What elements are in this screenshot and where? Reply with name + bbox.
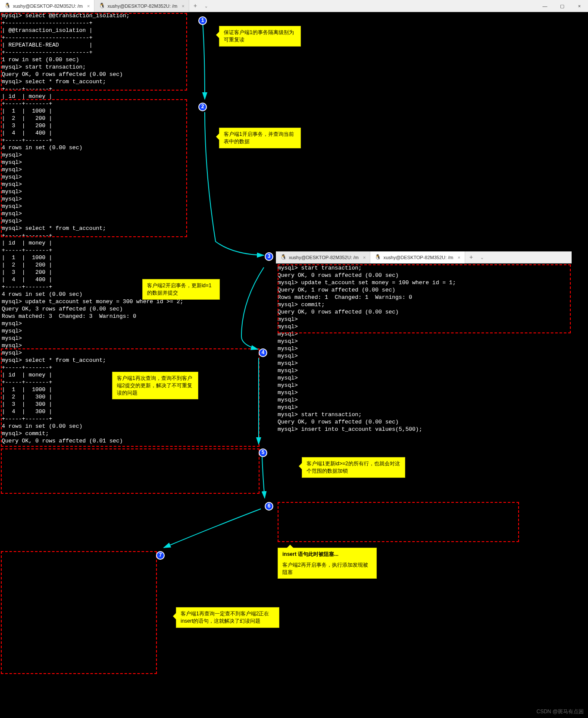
- annotation-note: insert 语句此时被阻塞... 客户端2再开启事务，执行添加发现被阻塞: [278, 548, 377, 579]
- terminal-line: mysql>: [276, 374, 572, 382]
- highlight-box: [278, 502, 519, 542]
- annotation-note: 客户端1更新id>=2的所有行，也就会对这个范围的数据加锁: [302, 457, 405, 478]
- terminal-line: mysql>: [0, 166, 588, 173]
- note-text: 客户端1开启事务，并查询当前表中的数据: [224, 131, 294, 144]
- new-tab-button[interactable]: +: [465, 254, 477, 261]
- note-text: 客户端1再次查询，查询不到客户端2提交的更新，解决了不可重复读的问题: [117, 375, 192, 396]
- watermark: CSDN @斑马有点困: [536, 708, 584, 715]
- terminal-line: mysql> insert into t_account values(5,50…: [276, 426, 572, 433]
- terminal-line: Rows matched: 1 Changed: 1 Warnings: 0: [276, 294, 572, 301]
- terminal-line: mysql>: [0, 181, 588, 188]
- highlight-box: [1, 551, 157, 674]
- terminal-line: mysql> start transaction;: [0, 63, 588, 71]
- terminal-line: mysql> commit;: [276, 301, 572, 308]
- window2-titlebar: xushy@DESKTOP-82M352U: /m × xushy@DESKTO…: [276, 251, 572, 263]
- terminal-line: mysql>: [276, 352, 572, 360]
- tab-1[interactable]: xushy@DESKTOP-82M352U: /m ×: [276, 251, 370, 263]
- chevron-down-icon[interactable]: ⌄: [201, 3, 211, 9]
- terminal-line: Query OK, 0 rows affected (0.00 sec): [276, 272, 572, 279]
- close-icon[interactable]: ×: [363, 255, 366, 260]
- terminal-line: Query OK, 0 rows affected (0.01 sec): [0, 437, 588, 445]
- close-icon[interactable]: ×: [181, 3, 184, 9]
- terminal-line: mysql> select @@transaction_isolation;: [0, 12, 588, 19]
- step-badge: 4: [259, 348, 267, 357]
- terminal-line: mysql>: [276, 367, 572, 374]
- terminal-line: mysql>: [276, 382, 572, 389]
- annotation-note: 保证客户端1的事务隔离级别为可重复读: [219, 26, 301, 47]
- terminal-line: mysql> select * from t_account;: [0, 225, 588, 232]
- step-badge: 7: [156, 551, 165, 560]
- close-icon[interactable]: ×: [457, 255, 460, 260]
- tab-1-label: xushy@DESKTOP-82M352U: /m: [289, 255, 359, 260]
- terminal-line: mysql>: [0, 210, 588, 217]
- tux-icon: [375, 254, 381, 260]
- terminal-line: mysql>: [276, 323, 572, 330]
- terminal-line: Query OK, 0 rows affected (0.00 sec): [276, 308, 572, 316]
- step-badge: 6: [265, 502, 273, 511]
- terminal-line: | id | money |: [0, 239, 588, 247]
- note-text: 客户端1再查询一定查不到客户端2正在insert的语句，这就解决了幻读问题: [181, 611, 269, 624]
- terminal-line: +-----+-------+: [0, 232, 588, 239]
- terminal-line: | 2 | 200 |: [0, 115, 588, 122]
- note-text: insert 语句此时被阻塞...: [282, 551, 372, 558]
- close-icon[interactable]: ×: [87, 3, 90, 9]
- terminal-line: +-----+-------+: [0, 100, 588, 107]
- minimize-button[interactable]: —: [536, 0, 554, 12]
- terminal-line: mysql>: [276, 389, 572, 396]
- note-text: 保证客户端1的事务隔离级别为可重复读: [224, 29, 294, 43]
- terminal-line: mysql>: [0, 159, 588, 166]
- note-text: 客户端2再开启事务，执行添加发现被阻塞: [282, 561, 372, 576]
- tab-2[interactable]: xushy@DESKTOP-82M352U: /m ×: [370, 251, 465, 263]
- terminal-line: | 1 | 1000 |: [0, 107, 588, 115]
- terminal-line: mysql>: [276, 338, 572, 345]
- terminal-line: mysql>: [0, 173, 588, 181]
- window1-titlebar: xushy@DESKTOP-82M352U: /m × xushy@DESKTO…: [0, 0, 588, 12]
- annotation-note: 客户端1再次查询，查询不到客户端2提交的更新，解决了不可重复读的问题: [112, 372, 198, 399]
- note-text: 客户端1更新id>=2的所有行，也就会对这个范围的数据加锁: [307, 461, 400, 474]
- tab-1[interactable]: xushy@DESKTOP-82M352U: /m ×: [0, 0, 94, 12]
- terminal-line: mysql>: [0, 188, 588, 195]
- maximize-button[interactable]: ▢: [554, 0, 571, 12]
- terminal-line: mysql> start transaction;: [276, 264, 572, 272]
- tux-icon: [280, 254, 286, 260]
- tab-2-label: xushy@DESKTOP-82M352U: /m: [107, 3, 177, 9]
- step-badge: 5: [259, 448, 267, 457]
- terminal-line: mysql>: [276, 360, 572, 367]
- terminal-line: +-----+-------+: [0, 85, 588, 93]
- close-button[interactable]: ×: [571, 0, 588, 12]
- note-text: 客户端2开启事务，更新id=1的数据并提交: [147, 282, 212, 296]
- step-badge: 1: [198, 16, 207, 25]
- terminal-line: | id | money |: [0, 93, 588, 100]
- terminal-line: mysql> start transaction;: [276, 411, 572, 418]
- tab-2-label: xushy@DESKTOP-82M352U: /m: [383, 255, 453, 260]
- terminal-line: Query OK, 0 rows affected (0.00 sec): [276, 418, 572, 426]
- terminal-line: +-------------------------+: [0, 49, 588, 56]
- new-tab-button[interactable]: +: [189, 3, 201, 9]
- terminal-line: mysql>: [0, 217, 588, 225]
- terminal-line: mysql>: [276, 316, 572, 323]
- terminal-line: Query OK, 0 rows affected (0.00 sec): [0, 71, 588, 78]
- highlight-box: [1, 448, 260, 494]
- terminal-line: mysql>: [276, 404, 572, 411]
- annotation-note: 客户端1再查询一定查不到客户端2正在insert的语句，这就解决了幻读问题: [176, 607, 279, 628]
- tux-icon: [4, 3, 10, 9]
- annotation-note: 客户端2开启事务，更新id=1的数据并提交: [142, 279, 220, 300]
- terminal-line: mysql>: [0, 195, 588, 203]
- terminal-line: mysql>: [276, 345, 572, 352]
- terminal-line: mysql>: [0, 151, 588, 159]
- terminal-2[interactable]: xushy@DESKTOP-82M352U: /m × xushy@DESKTO…: [276, 251, 572, 433]
- tux-icon: [99, 3, 105, 9]
- terminal-line: mysql>: [276, 330, 572, 338]
- terminal-line: mysql> select * from t_account;: [0, 78, 588, 85]
- step-badge: 2: [198, 103, 207, 111]
- step-badge: 3: [265, 252, 273, 261]
- chevron-down-icon[interactable]: ⌄: [477, 255, 487, 260]
- terminal-line: mysql>: [0, 203, 588, 210]
- terminal-line: 1 row in set (0.00 sec): [0, 56, 588, 63]
- tab-2[interactable]: xushy@DESKTOP-82M352U: /m ×: [94, 0, 189, 12]
- terminal-line: Query OK, 1 row affected (0.00 sec): [276, 286, 572, 294]
- terminal-line: mysql> update t_account set money = 100 …: [276, 279, 572, 286]
- annotation-note: 客户端1开启事务，并查询当前表中的数据: [219, 128, 301, 148]
- terminal-line: mysql>: [276, 396, 572, 404]
- tab-1-label: xushy@DESKTOP-82M352U: /m: [13, 3, 83, 9]
